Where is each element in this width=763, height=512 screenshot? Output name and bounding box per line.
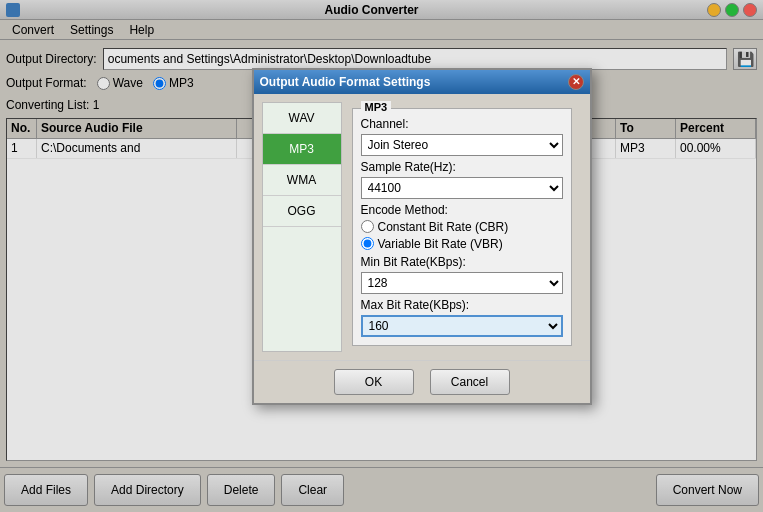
max-bitrate-select[interactable]: 160 128 192 256 320: [361, 315, 563, 337]
min-bitrate-label: Min Bit Rate(KBps):: [361, 255, 563, 269]
max-bitrate-setting: Max Bit Rate(KBps): 160 128 192 256 320: [361, 298, 563, 337]
channel-select[interactable]: Join Stereo Stereo Mono Joint Stereo: [361, 134, 563, 156]
modal-ok-button[interactable]: OK: [334, 369, 414, 395]
vbr-radio-row: Variable Bit Rate (VBR): [361, 237, 563, 251]
modal-body: WAV MP3 WMA OGG MP3 Channel: Join Stereo: [254, 94, 590, 360]
encode-method-setting: Encode Method: Constant Bit Rate (CBR) V…: [361, 203, 563, 251]
mp3-settings-group: MP3 Channel: Join Stereo Stereo Mono Joi…: [352, 108, 572, 346]
channel-setting: Channel: Join Stereo Stereo Mono Joint S…: [361, 117, 563, 156]
modal-overlay: Output Audio Format Settings ✕ WAV MP3 W…: [0, 0, 763, 512]
format-wav[interactable]: WAV: [263, 103, 341, 134]
sample-rate-label: Sample Rate(Hz):: [361, 160, 563, 174]
encode-method-label: Encode Method:: [361, 203, 563, 217]
settings-panel: MP3 Channel: Join Stereo Stereo Mono Joi…: [342, 102, 582, 352]
cbr-radio-row: Constant Bit Rate (CBR): [361, 220, 563, 234]
max-bitrate-label: Max Bit Rate(KBps):: [361, 298, 563, 312]
format-wma[interactable]: WMA: [263, 165, 341, 196]
format-ogg[interactable]: OGG: [263, 196, 341, 227]
sample-rate-select[interactable]: 44100 22050 11025 8000: [361, 177, 563, 199]
app-window: Audio Converter Convert Settings Help Ou…: [0, 0, 763, 512]
format-list: WAV MP3 WMA OGG: [262, 102, 342, 352]
cbr-radio[interactable]: [361, 220, 374, 233]
mp3-group-title: MP3: [361, 101, 392, 113]
format-mp3[interactable]: MP3: [263, 134, 341, 165]
channel-label: Channel:: [361, 117, 563, 131]
modal-close-button[interactable]: ✕: [568, 74, 584, 90]
format-settings-modal: Output Audio Format Settings ✕ WAV MP3 W…: [252, 68, 592, 405]
min-bitrate-select[interactable]: 128 64 96 160 192: [361, 272, 563, 294]
modal-cancel-button[interactable]: Cancel: [430, 369, 510, 395]
min-bitrate-setting: Min Bit Rate(KBps): 128 64 96 160 192: [361, 255, 563, 294]
modal-footer: OK Cancel: [254, 360, 590, 403]
vbr-label: Variable Bit Rate (VBR): [378, 237, 503, 251]
cbr-label: Constant Bit Rate (CBR): [378, 220, 509, 234]
vbr-radio[interactable]: [361, 237, 374, 250]
sample-rate-setting: Sample Rate(Hz): 44100 22050 11025 8000: [361, 160, 563, 199]
modal-title-bar: Output Audio Format Settings ✕: [254, 70, 590, 94]
modal-title: Output Audio Format Settings: [260, 75, 431, 89]
